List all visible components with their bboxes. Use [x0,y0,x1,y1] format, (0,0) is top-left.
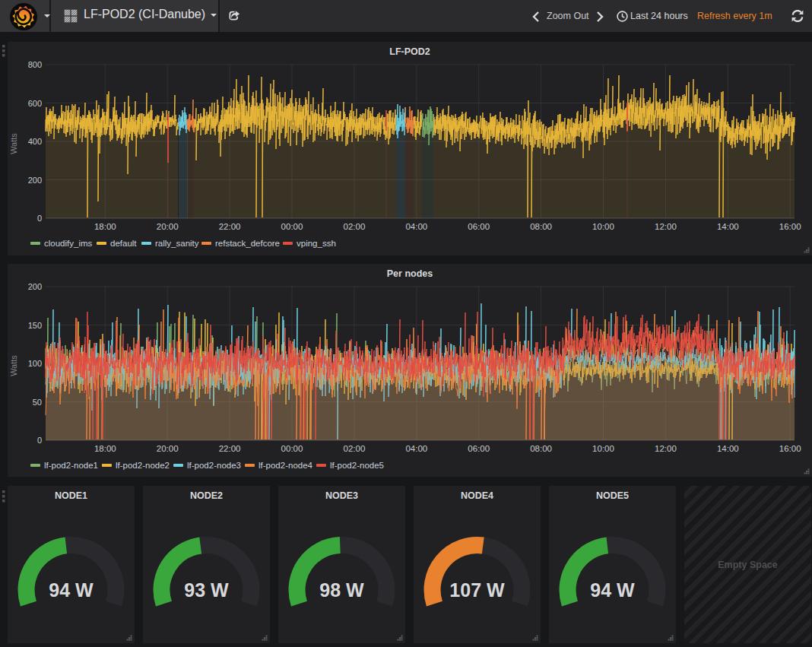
svg-text:10:00: 10:00 [592,444,614,453]
svg-text:02:00: 02:00 [344,444,366,453]
svg-text:08:00: 08:00 [530,222,552,231]
svg-text:14:00: 14:00 [717,444,739,453]
svg-text:150: 150 [28,321,42,330]
svg-text:20:00: 20:00 [157,222,179,231]
svg-text:00:00: 00:00 [281,222,303,231]
svg-text:0: 0 [37,214,42,223]
svg-text:18:00: 18:00 [94,222,116,231]
svg-text:08:00: 08:00 [530,444,552,453]
svg-text:50: 50 [33,398,42,407]
svg-text:00:00: 00:00 [281,444,303,453]
svg-text:98 W: 98 W [319,579,364,601]
svg-text:107 W: 107 W [449,579,505,601]
svg-text:94 W: 94 W [590,579,635,601]
svg-text:0: 0 [37,436,42,445]
svg-text:06:00: 06:00 [468,222,490,231]
svg-text:200: 200 [28,282,42,291]
svg-text:04:00: 04:00 [405,222,427,231]
svg-text:400: 400 [28,137,42,146]
svg-text:18:00: 18:00 [94,444,116,453]
svg-text:200: 200 [28,176,42,185]
svg-text:04:00: 04:00 [405,444,427,453]
svg-text:94 W: 94 W [49,579,94,601]
svg-text:22:00: 22:00 [219,444,241,453]
svg-text:93 W: 93 W [184,579,229,601]
svg-text:02:00: 02:00 [344,222,366,231]
svg-text:600: 600 [28,99,42,108]
svg-text:100: 100 [28,359,42,368]
svg-text:16:00: 16:00 [779,444,801,453]
svg-text:12:00: 12:00 [655,222,677,231]
svg-text:06:00: 06:00 [468,444,490,453]
svg-text:14:00: 14:00 [717,222,739,231]
svg-text:16:00: 16:00 [779,222,801,231]
svg-text:10:00: 10:00 [592,222,614,231]
svg-text:20:00: 20:00 [157,444,179,453]
svg-text:800: 800 [28,60,42,69]
svg-text:12:00: 12:00 [655,444,677,453]
svg-text:22:00: 22:00 [219,222,241,231]
